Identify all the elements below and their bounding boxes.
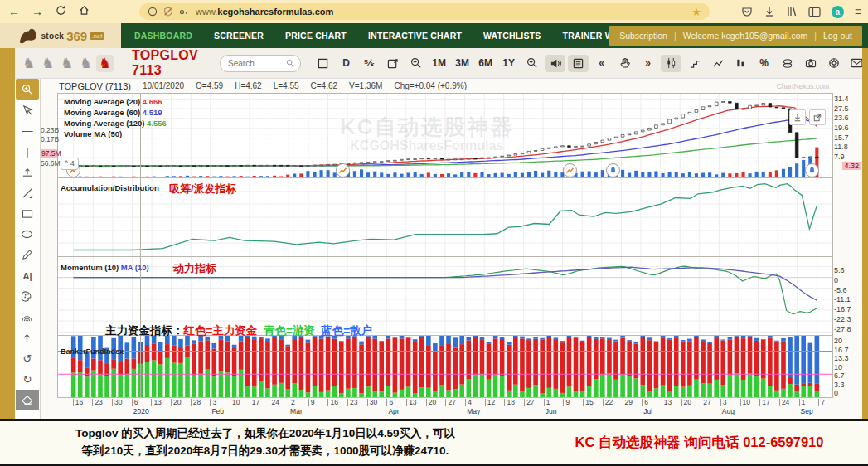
date-tick-label: 6 [642,399,648,406]
reload-icon[interactable] [53,5,68,18]
candlestick-mode-icon[interactable] [661,55,681,72]
site-logo[interactable]: stock369.net [0,23,121,48]
header-open: O=4.59 [196,81,223,90]
bookmark-star-icon[interactable]: ★ [691,6,701,18]
symbol-annotation: TOPGLOV 7113 [132,48,198,78]
volume-bars-icon[interactable] [730,55,751,72]
collapse-button[interactable]: ^ 4 [61,158,79,170]
chain-icon[interactable] [777,55,798,72]
fraction-icon[interactable]: ⁵∕ₖ [359,55,380,72]
horse-icon-3[interactable]: ♞ [58,55,75,72]
notepad-icon[interactable] [568,55,589,72]
square-select-icon[interactable] [313,55,333,72]
lifebuoy-icon[interactable] [823,55,844,72]
range-1m-button[interactable]: 1M [429,55,449,72]
ray-tool-icon[interactable] [16,162,39,182]
redo-icon[interactable]: ↻ [16,369,39,390]
subscription-link[interactable]: Subscription [619,31,667,41]
logout-link[interactable]: Log out [823,31,852,41]
url-bar[interactable]: www.kcgohsharesformulas.com ★ [139,3,710,20]
volume-current-tag: 97.5M [41,149,57,158]
shield-off-icon[interactable] [163,7,173,17]
zoom-in-icon[interactable] [521,55,542,72]
ad-panel[interactable]: Accumulation/Distribution 吸筹/派发指标 [41,178,862,257]
chart-notes-icon[interactable] [382,55,403,72]
app-window: ← → www.kcgohsharesformulas.com ★ a ≡ [0,0,868,466]
date-tick-label: 24 [269,399,279,406]
line-chart-icon[interactable] [707,55,728,72]
price-tick-label: 19.6 [834,124,849,132]
nav-item-screener[interactable]: SCREENER [214,31,264,41]
header-volume: V=1.36M [349,81,382,90]
eraser-icon[interactable] [16,390,39,410]
downloads-icon[interactable] [764,6,775,17]
rectangle-tool-icon[interactable] [16,203,39,224]
range-6m-button[interactable]: 6M [475,55,496,72]
key-icon[interactable] [179,7,190,17]
daily-interval-button[interactable]: D [336,55,356,72]
price-panel[interactable]: Moving Average (20) 4.666 Moving Average… [41,93,862,178]
range-3m-button[interactable]: 3M [452,55,473,72]
ad-annotation: 吸筹/派发指标 [169,182,237,197]
palette-tool-icon[interactable] [16,286,39,307]
fib-arcs-tool-icon[interactable] [16,307,39,328]
nav-item-interactive-chart[interactable]: INTERACTIVE CHART [368,31,462,41]
chart-canvas[interactable]: TOPGLOV (7113) 10/01/2020 O=4.59 H=4.62 … [41,79,862,419]
vertical-line-tool-icon[interactable]: | [16,141,39,162]
nav-item-watchlists[interactable]: WATCHLISTS [483,31,541,41]
expand-chart-icon[interactable] [809,109,826,125]
horse-icon-4[interactable]: ♞ [77,55,95,72]
search-input[interactable] [226,58,283,69]
logo-net-text: .net [90,32,104,40]
undo-icon[interactable]: ↺ [16,348,39,369]
banker-panel[interactable]: BankerFundIndex 主力资金指标：红色=主力资金 青色=游资 蓝色=… [41,336,862,398]
cursor-tool-icon[interactable] [16,100,39,120]
sidebar-icon[interactable] [808,7,821,17]
arrow-tool-icon[interactable] [16,328,39,348]
nav-item-price-chart[interactable]: PRICE CHART [285,31,347,41]
back-icon[interactable]: ← [7,5,22,18]
price-plot[interactable] [58,94,832,177]
month-label: Mar [290,407,303,415]
momentum-label: Momentum (10) MA (10) [61,263,149,272]
download-chart-icon[interactable] [789,109,806,125]
url-text[interactable]: www.kcgohsharesformulas.com [196,7,333,17]
account-avatar[interactable]: a [832,6,844,18]
search-box[interactable] [220,55,301,72]
momentum-tick-label: -5.6 [834,286,847,294]
zoom-out-icon[interactable] [405,55,426,72]
ad-label: Accumulation/Distribution [61,183,159,192]
text-tool-icon[interactable]: A| [16,265,39,286]
horse-icon-2[interactable]: ♞ [39,55,56,72]
pocket-icon[interactable] [741,6,753,17]
date-tick-label: 28 [191,399,201,406]
zoom-tool-icon[interactable] [16,79,39,100]
separator: | [674,31,676,41]
horizontal-line-tool-icon[interactable]: — [16,120,39,141]
home-icon[interactable] [76,5,91,18]
menu-icon[interactable]: ≡ [855,5,861,18]
camera-icon[interactable] [800,55,821,72]
scroll-right-icon[interactable]: » [638,55,658,72]
contact-text: KC 自动选股神器 询问电话 012-6597910 [531,434,868,452]
trendline-tool-icon[interactable] [16,182,39,203]
pencil-tool-icon[interactable] [16,245,39,265]
date-tick-label: 30 [367,399,377,406]
nav-item-dashboard[interactable]: DASHBOARD [134,31,192,41]
step-chart-icon[interactable] [684,55,705,72]
shield-icon[interactable] [148,7,158,17]
momentum-tick-label: 0 [834,276,838,284]
date-tick-label: 29 [623,399,633,406]
banker-annotation: 主力资金指标：红色=主力资金 青色=游资 蓝色=散户 [105,323,372,338]
range-1y-button[interactable]: 1Y [498,55,519,72]
pan-hand-icon[interactable] [614,55,635,72]
forward-icon[interactable]: → [30,5,45,18]
scroll-left-icon[interactable]: « [591,55,612,72]
library-icon[interactable] [786,6,798,17]
horse-icon-1[interactable]: ♞ [20,55,37,72]
banker-plot[interactable] [58,336,832,397]
ellipse-tool-icon[interactable] [16,224,39,245]
horse-icon-red[interactable]: ♞ [96,55,114,72]
percent-icon[interactable]: % [754,55,774,72]
speaker-icon[interactable] [545,55,565,72]
